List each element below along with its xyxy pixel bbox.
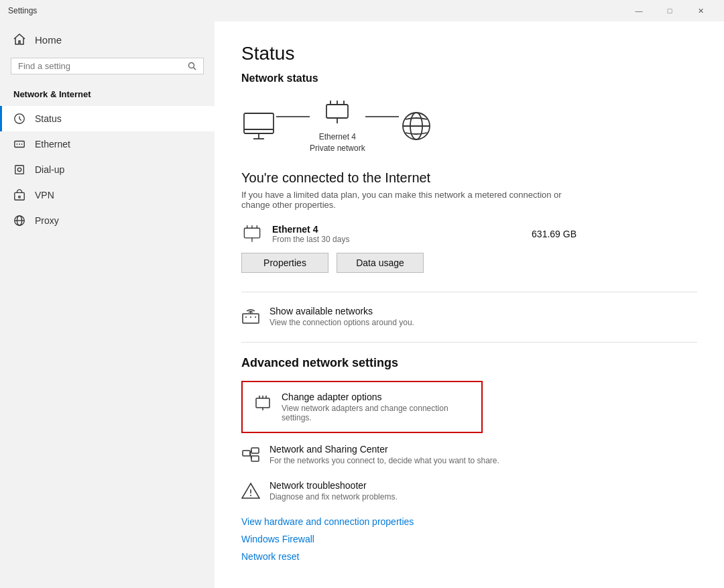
text-links-section: View hardware and connection properties … bbox=[241, 516, 697, 562]
connection-card: Ethernet 4 From the last 30 days 631.69 … bbox=[241, 223, 577, 245]
connected-title: You're connected to the Internet bbox=[241, 170, 697, 186]
sidebar-item-proxy[interactable]: Proxy bbox=[0, 208, 215, 233]
search-icon bbox=[188, 62, 196, 70]
diagram-internet bbox=[399, 109, 434, 143]
search-input[interactable] bbox=[18, 61, 182, 71]
main-content: Status Network status bbox=[215, 21, 724, 588]
svg-rect-7 bbox=[15, 166, 24, 174]
computer-icon bbox=[241, 111, 276, 141]
dialup-icon bbox=[13, 164, 25, 176]
app-body: Home Network & Internet Status bbox=[0, 21, 724, 588]
networks-icon bbox=[241, 307, 260, 329]
svg-line-1 bbox=[194, 68, 196, 70]
diagram-adapter-label: Ethernet 4 Private network bbox=[310, 131, 365, 154]
advanced-title: Advanced network settings bbox=[241, 356, 697, 370]
search-box[interactable] bbox=[11, 58, 204, 74]
sidebar: Home Network & Internet Status bbox=[0, 21, 215, 588]
sharing-center-item[interactable]: Network and Sharing Center For the netwo… bbox=[241, 444, 644, 467]
show-networks-desc: View the connection options around you. bbox=[269, 318, 414, 327]
sidebar-section-title: Network & Internet bbox=[0, 85, 215, 106]
diagram-computer bbox=[241, 111, 276, 141]
troubleshooter-desc: Diagnose and fix network problems. bbox=[269, 492, 398, 502]
svg-rect-18 bbox=[326, 105, 348, 118]
globe-icon bbox=[399, 109, 434, 143]
change-adapter-text: Change adapter options View network adap… bbox=[282, 392, 471, 422]
show-networks-item[interactable]: Show available networks View the connect… bbox=[241, 306, 644, 329]
sidebar-item-ethernet[interactable]: Ethernet bbox=[0, 131, 215, 157]
network-reset-link[interactable]: Network reset bbox=[241, 551, 697, 562]
adapter-small-icon bbox=[241, 223, 263, 245]
properties-button[interactable]: Properties bbox=[241, 253, 328, 273]
close-button[interactable]: ✕ bbox=[685, 0, 716, 21]
divider-2 bbox=[241, 342, 697, 343]
hardware-properties-link[interactable]: View hardware and connection properties bbox=[241, 516, 697, 527]
svg-point-0 bbox=[189, 63, 194, 68]
svg-rect-42 bbox=[251, 456, 259, 461]
windows-firewall-link[interactable]: Windows Firewall bbox=[241, 534, 697, 544]
sharing-center-text: Network and Sharing Center For the netwo… bbox=[269, 444, 499, 465]
connection-name: Ethernet 4 bbox=[272, 224, 349, 235]
connected-desc: If you have a limited data plan, you can… bbox=[241, 190, 577, 210]
svg-rect-26 bbox=[244, 228, 259, 238]
titlebar: Settings — □ ✕ bbox=[0, 0, 724, 21]
troubleshooter-item[interactable]: Network troubleshooter Diagnose and fix … bbox=[241, 480, 644, 503]
network-status-title: Network status bbox=[241, 72, 697, 84]
adapter-icon bbox=[322, 98, 352, 127]
sidebar-item-status[interactable]: Status bbox=[0, 106, 215, 131]
maximize-button[interactable]: □ bbox=[654, 0, 685, 21]
troubleshooter-icon bbox=[241, 481, 260, 503]
svg-rect-35 bbox=[256, 398, 269, 408]
sharing-center-desc: For the networks you connect to, decide … bbox=[269, 456, 499, 465]
data-usage-button[interactable]: Data usage bbox=[337, 253, 424, 273]
change-adapter-item[interactable]: Change adapter options View network adap… bbox=[241, 381, 483, 433]
svg-line-44 bbox=[250, 453, 251, 459]
svg-rect-41 bbox=[251, 448, 259, 453]
home-icon bbox=[13, 34, 25, 46]
divider-1 bbox=[241, 292, 697, 292]
status-icon bbox=[13, 113, 25, 125]
home-label: Home bbox=[35, 34, 62, 46]
troubleshooter-text: Network troubleshooter Diagnose and fix … bbox=[269, 480, 398, 502]
sharing-center-icon bbox=[241, 445, 260, 467]
diagram-adapter: Ethernet 4 Private network bbox=[310, 98, 365, 154]
sidebar-item-vpn-label: VPN bbox=[35, 190, 54, 200]
change-adapter-desc: View network adapters and change connect… bbox=[282, 404, 471, 422]
network-diagram: Ethernet 4 Private network bbox=[241, 98, 697, 154]
page-title: Status bbox=[241, 43, 697, 64]
connection-text: Ethernet 4 From the last 30 days bbox=[272, 224, 349, 244]
window-controls: — □ ✕ bbox=[623, 0, 716, 21]
minimize-button[interactable]: — bbox=[623, 0, 654, 21]
vpn-icon bbox=[13, 189, 25, 201]
window-title: Settings bbox=[8, 6, 37, 15]
proxy-icon bbox=[13, 215, 25, 227]
change-adapter-title: Change adapter options bbox=[282, 392, 471, 402]
svg-rect-14 bbox=[244, 113, 274, 133]
line-2 bbox=[365, 116, 399, 117]
show-networks-text: Show available networks View the connect… bbox=[269, 306, 414, 327]
connection-usage: 631.69 GB bbox=[532, 229, 577, 239]
sidebar-item-proxy-label: Proxy bbox=[35, 215, 59, 226]
home-nav-item[interactable]: Home bbox=[0, 27, 215, 52]
adapter-link-icon bbox=[253, 393, 272, 414]
svg-point-47 bbox=[250, 495, 251, 496]
sidebar-item-vpn[interactable]: VPN bbox=[0, 182, 215, 208]
line-1 bbox=[276, 116, 310, 117]
connection-sublabel: From the last 30 days bbox=[272, 235, 349, 244]
sidebar-item-status-label: Status bbox=[35, 113, 62, 124]
svg-rect-40 bbox=[243, 451, 250, 456]
action-buttons: Properties Data usage bbox=[241, 253, 697, 273]
sidebar-item-dialup[interactable]: Dial-up bbox=[0, 157, 215, 182]
connection-info: Ethernet 4 From the last 30 days bbox=[241, 223, 349, 245]
show-networks-title: Show available networks bbox=[269, 306, 414, 316]
svg-rect-31 bbox=[243, 314, 259, 323]
troubleshooter-title: Network troubleshooter bbox=[269, 480, 398, 491]
svg-point-8 bbox=[17, 168, 21, 171]
sharing-center-title: Network and Sharing Center bbox=[269, 444, 499, 455]
sidebar-item-ethernet-label: Ethernet bbox=[35, 139, 70, 150]
ethernet-icon bbox=[13, 138, 25, 150]
sidebar-item-dialup-label: Dial-up bbox=[35, 164, 64, 175]
svg-point-10 bbox=[19, 196, 21, 198]
